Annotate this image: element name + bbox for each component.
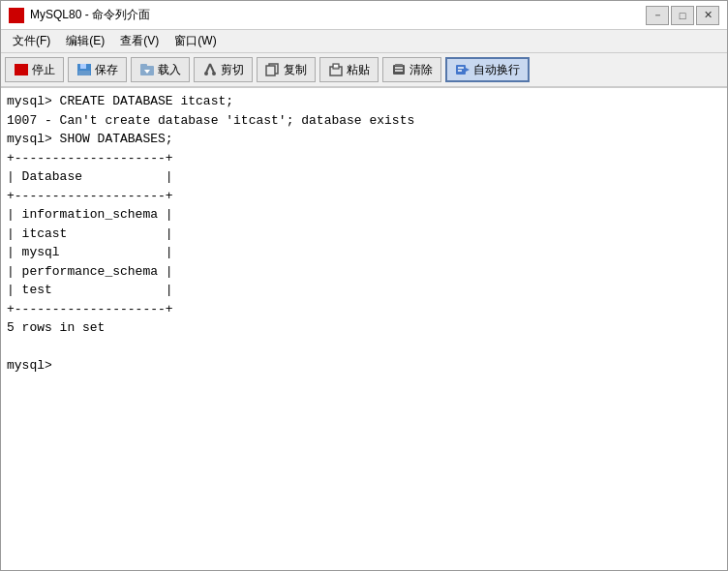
title-bar: MySQL80 - 命令列介面 － □ ✕ [1, 1, 727, 30]
svg-marker-23 [466, 68, 470, 72]
svg-rect-0 [15, 64, 28, 75]
clear-icon [391, 63, 407, 76]
autoexec-label: 自动换行 [473, 62, 520, 78]
window-title: MySQL80 - 命令列介面 [30, 7, 150, 23]
svg-rect-5 [140, 64, 147, 68]
svg-rect-12 [266, 66, 275, 75]
minimize-button[interactable]: － [646, 6, 669, 25]
menu-window[interactable]: 窗口(W) [167, 31, 224, 51]
svg-line-8 [210, 64, 214, 73]
cut-icon [202, 63, 218, 76]
save-label: 保存 [95, 62, 118, 78]
app-icon [9, 8, 24, 23]
svg-rect-2 [80, 64, 86, 69]
main-window: MySQL80 - 命令列介面 － □ ✕ 文件(F) 编辑(E) 查看(V) … [0, 0, 728, 571]
menu-bar: 文件(F) 编辑(E) 查看(V) 窗口(W) [1, 30, 727, 53]
save-button[interactable]: 保存 [68, 57, 127, 82]
svg-rect-19 [395, 64, 403, 66]
load-label: 载入 [158, 62, 181, 78]
load-icon [139, 63, 155, 76]
paste-button[interactable]: 粘贴 [319, 57, 379, 82]
stop-button[interactable]: 停止 [5, 57, 64, 82]
copy-label: 复制 [284, 62, 307, 78]
autoexec-icon [455, 63, 470, 76]
maximize-button[interactable]: □ [671, 6, 694, 25]
svg-rect-20 [456, 65, 466, 75]
cut-button[interactable]: 剪切 [194, 57, 253, 82]
svg-rect-15 [334, 65, 338, 67]
copy-button[interactable]: 复制 [257, 57, 316, 82]
stop-icon [14, 63, 29, 76]
title-bar-left: MySQL80 - 命令列介面 [9, 7, 150, 23]
svg-rect-3 [78, 71, 90, 75]
svg-point-9 [204, 72, 208, 75]
close-button[interactable]: ✕ [696, 6, 719, 25]
title-controls: － □ ✕ [646, 6, 719, 25]
clear-button[interactable]: 清除 [382, 57, 441, 82]
save-icon [76, 63, 92, 76]
svg-point-10 [212, 72, 216, 75]
toolbar: 停止 保存 载入 剪切 [1, 53, 727, 88]
clear-label: 清除 [410, 62, 433, 78]
load-button[interactable]: 载入 [131, 57, 190, 82]
copy-icon [265, 63, 281, 76]
menu-edit[interactable]: 编辑(E) [58, 31, 112, 51]
paste-label: 粘贴 [347, 62, 370, 78]
svg-line-7 [206, 64, 210, 73]
svg-rect-16 [393, 65, 405, 75]
cut-label: 剪切 [221, 62, 244, 78]
menu-file[interactable]: 文件(F) [5, 31, 58, 51]
terminal-output: mysql> CREATE DATABASE itcast; 1007 - Ca… [7, 92, 721, 376]
paste-icon [328, 63, 344, 76]
stop-label: 停止 [32, 62, 55, 78]
menu-view[interactable]: 查看(V) [112, 31, 167, 51]
terminal-content[interactable]: mysql> CREATE DATABASE itcast; 1007 - Ca… [1, 88, 727, 570]
autoexec-button[interactable]: 自动换行 [445, 57, 530, 82]
